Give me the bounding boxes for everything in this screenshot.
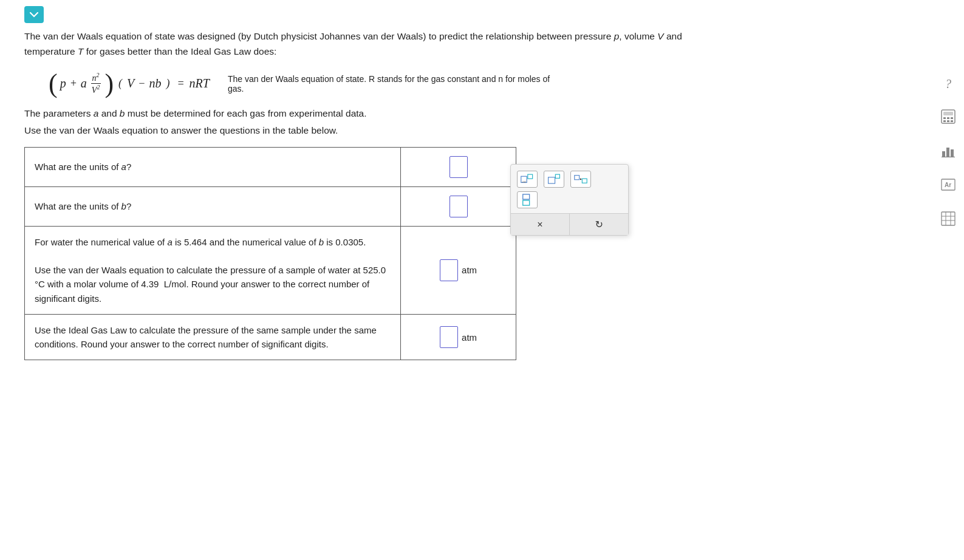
- toolbar-stacked-fraction-btn[interactable]: [517, 191, 538, 208]
- toolbar-superscript-btn[interactable]: [544, 171, 564, 188]
- chart-icon: [940, 143, 956, 162]
- table-row: What are the units of b?: [25, 186, 516, 226]
- toolbar-bottom: × ↺: [511, 213, 628, 235]
- svg-rect-14: [951, 117, 953, 119]
- svg-rect-13: [947, 117, 949, 119]
- svg-rect-9: [523, 200, 530, 205]
- toolbar-reset-btn[interactable]: ↺: [570, 214, 628, 235]
- svg-rect-15: [943, 120, 946, 122]
- toolbar-sci-notation-btn[interactable]: ×10: [517, 171, 538, 188]
- answer-cell-1: [401, 147, 516, 186]
- equation-caption: The van der Waals equation of state. R s…: [228, 74, 562, 94]
- periodic-table-icon: Ar: [940, 177, 956, 196]
- toolbar-row-1: ×10: [517, 171, 622, 188]
- svg-rect-18: [942, 151, 945, 157]
- svg-rect-3: [549, 177, 555, 183]
- question-cell-4: Use the Ideal Gas Law to calculate the p…: [25, 314, 401, 360]
- table-icon: [940, 211, 956, 230]
- toolbar-row-2: [517, 191, 622, 208]
- equation-block: ( p + a n2 V2 ) ( V − nb ) = nRT The van…: [49, 70, 887, 97]
- svg-rect-5: [575, 176, 579, 180]
- table-button[interactable]: [937, 209, 959, 231]
- table-row: For water the numerical value of a is 5.…: [25, 226, 516, 314]
- table-row: Use the Ideal Gas Law to calculate the p…: [25, 314, 516, 360]
- svg-point-6: [580, 179, 581, 180]
- question-cell-3: For water the numerical value of a is 5.…: [25, 226, 401, 314]
- svg-rect-11: [943, 112, 953, 115]
- svg-rect-7: [582, 179, 587, 183]
- answer-cell-2: [401, 186, 516, 226]
- collapse-button[interactable]: [24, 6, 44, 23]
- unit-label-4: atm: [462, 332, 477, 343]
- help-button[interactable]: ?: [937, 73, 959, 95]
- svg-rect-17: [951, 120, 953, 122]
- toolbar-clear-btn[interactable]: ×: [511, 214, 570, 235]
- svg-rect-4: [555, 174, 559, 178]
- svg-rect-19: [946, 148, 949, 157]
- unit-label-3: atm: [462, 265, 477, 275]
- calculator-button[interactable]: [937, 107, 959, 129]
- intro-paragraph: The van der Waals equation of state was …: [24, 29, 887, 60]
- question-cell-1: What are the units of a?: [25, 147, 401, 186]
- answer-cell-4: atm: [401, 314, 516, 360]
- svg-rect-16: [947, 120, 949, 122]
- question-table: What are the units of a? What are the un…: [24, 147, 516, 361]
- params-text: The parameters a and b must be determine…: [24, 108, 887, 119]
- svg-text:×10: ×10: [522, 180, 526, 183]
- help-icon: ?: [945, 77, 951, 91]
- chart-button[interactable]: [937, 141, 959, 163]
- popup-toolbar: ×10: [510, 164, 629, 236]
- table-row: What are the units of a?: [25, 147, 516, 186]
- calculator-icon: [940, 109, 956, 128]
- answer-input-4[interactable]: [440, 326, 458, 348]
- svg-rect-8: [523, 194, 530, 199]
- question-cell-2: What are the units of b?: [25, 186, 401, 226]
- use-text: Use the van der Waals equation to answer…: [24, 125, 887, 136]
- answer-input-1[interactable]: [450, 156, 468, 178]
- reset-icon: ↺: [595, 219, 603, 230]
- svg-rect-20: [951, 149, 954, 157]
- toolbar-fraction-btn[interactable]: [570, 171, 591, 188]
- answer-cell-3: atm: [401, 226, 516, 314]
- right-sidebar: ?: [932, 0, 964, 231]
- answer-input-2[interactable]: [450, 196, 468, 217]
- periodic-table-button[interactable]: Ar: [937, 175, 959, 197]
- svg-text:Ar: Ar: [945, 182, 951, 188]
- svg-rect-1: [528, 174, 533, 179]
- svg-rect-24: [942, 212, 955, 225]
- svg-rect-12: [943, 117, 946, 119]
- answer-input-3[interactable]: [440, 259, 458, 281]
- clear-icon: ×: [537, 219, 542, 230]
